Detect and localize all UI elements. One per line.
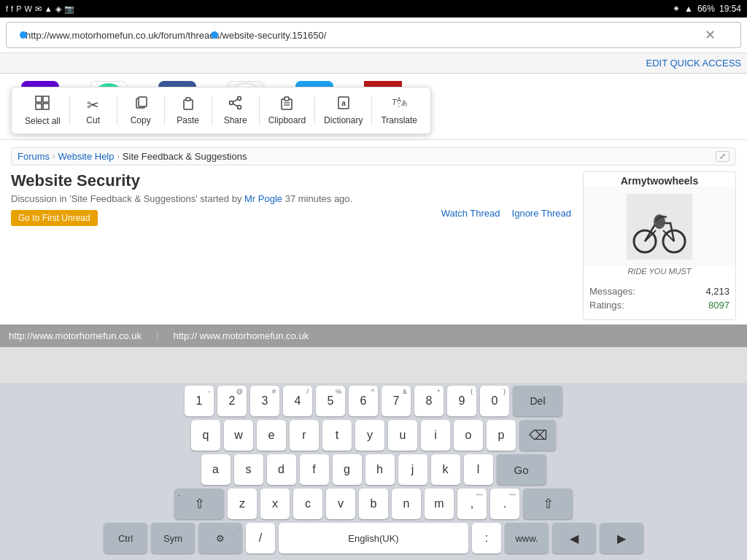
clipboard-icon bbox=[279, 96, 294, 114]
key-0[interactable]: )0 bbox=[480, 386, 509, 416]
key-shift-right[interactable]: ⇧ bbox=[523, 489, 573, 519]
key-c[interactable]: c bbox=[293, 489, 322, 519]
page-subtitle-text: Discussion in 'Site Feedback & Suggestio… bbox=[11, 193, 241, 204]
key-a[interactable]: a bbox=[201, 454, 231, 485]
wordpress-icon: W bbox=[24, 4, 31, 13]
toolbar-translate[interactable]: TAあ Translate bbox=[374, 91, 425, 130]
svg-text:a: a bbox=[341, 99, 346, 107]
key-8[interactable]: *8 bbox=[414, 386, 444, 416]
key-x[interactable]: x bbox=[260, 489, 290, 519]
toolbar-cut[interactable]: ✂ Cut bbox=[71, 92, 115, 130]
key-j[interactable]: j bbox=[398, 454, 427, 485]
key-del[interactable]: Del bbox=[513, 386, 562, 416]
toolbar-dictionary[interactable]: a Dictionary bbox=[317, 91, 370, 130]
url-suggestion-2[interactable]: http:// www.motorhomefun.co.uk bbox=[173, 330, 309, 341]
ratings-value: 8097 bbox=[708, 300, 729, 311]
key-colon[interactable]: : bbox=[472, 523, 501, 553]
keyboard-row-zxcv: ·⇧ z x c v b n m —, —. ⇧ bbox=[0, 489, 747, 519]
svg-point-9 bbox=[229, 101, 233, 105]
key-arrow-left[interactable]: ◀ bbox=[552, 523, 596, 553]
copy-icon bbox=[133, 96, 148, 114]
key-u[interactable]: u bbox=[388, 420, 417, 451]
key-f[interactable]: f bbox=[300, 454, 329, 485]
key-1[interactable]: -1 bbox=[185, 386, 214, 416]
key-ctrl[interactable]: Ctrl bbox=[104, 523, 147, 553]
keyboard-row-numbers: -1 @2 #3 /4 %5 ^6 &7 *8 (9 )0 Del bbox=[0, 386, 747, 416]
key-shift-left[interactable]: ·⇧ bbox=[174, 489, 224, 519]
key-e[interactable]: e bbox=[257, 420, 286, 451]
toolbar-paste[interactable]: Paste bbox=[166, 91, 210, 130]
key-4[interactable]: /4 bbox=[283, 386, 312, 416]
keyboard: -1 @2 #3 /4 %5 ^6 &7 *8 (9 )0 Del q w e … bbox=[0, 383, 747, 560]
edit-quick-access-button[interactable]: EDIT QUICK ACCESS bbox=[646, 58, 741, 69]
key-space[interactable]: English(UK) bbox=[279, 523, 468, 553]
key-comma[interactable]: —, bbox=[457, 489, 487, 519]
key-z[interactable]: z bbox=[228, 489, 257, 519]
close-icon[interactable]: ✕ bbox=[702, 27, 719, 43]
page-author-link[interactable]: Mr Pogle bbox=[244, 193, 282, 204]
page-subtitle: Discussion in 'Site Feedback & Suggestio… bbox=[11, 193, 571, 204]
url-text: http://www.motorhomefun.co.uk/forum/thre… bbox=[14, 30, 326, 41]
messages-value: 4,213 bbox=[705, 286, 729, 297]
toolbar-clipboard[interactable]: Clipboard bbox=[261, 91, 313, 130]
key-y[interactable]: y bbox=[355, 420, 384, 451]
user-card: Armytwowheels RIDE YOU bbox=[583, 171, 736, 320]
avatar bbox=[627, 194, 692, 260]
key-sym[interactable]: Sym bbox=[151, 523, 195, 553]
svg-point-8 bbox=[237, 97, 241, 101]
thread-actions: Watch Thread Ignore Thread bbox=[441, 208, 571, 219]
key-backspace[interactable]: ⌫ bbox=[519, 420, 556, 451]
url-bar[interactable]: http://www.motorhomefun.co.uk/forum/thre… bbox=[6, 22, 741, 48]
key-arrow-right[interactable]: ▶ bbox=[600, 523, 643, 553]
key-n[interactable]: n bbox=[392, 489, 421, 519]
expand-icon[interactable]: ⤢ bbox=[716, 151, 729, 162]
key-h[interactable]: h bbox=[365, 454, 395, 485]
url-suggestions-bar: http://www.motorhomefun.co.uk | http:// … bbox=[0, 324, 747, 347]
key-7[interactable]: &7 bbox=[382, 386, 411, 416]
select-all-icon bbox=[34, 95, 50, 114]
toolbar-select-all[interactable]: Select all bbox=[18, 90, 68, 131]
username[interactable]: Armytwowheels bbox=[584, 172, 735, 187]
key-p[interactable]: p bbox=[487, 420, 516, 451]
key-t[interactable]: t bbox=[322, 420, 352, 451]
url-suggestion-1[interactable]: http://www.motorhomefun.co.uk bbox=[9, 330, 142, 341]
key-r[interactable]: r bbox=[290, 420, 319, 451]
key-m[interactable]: m bbox=[425, 489, 454, 519]
key-settings[interactable]: ⚙· bbox=[198, 523, 242, 553]
key-2[interactable]: @2 bbox=[217, 386, 247, 416]
key-o[interactable]: o bbox=[454, 420, 483, 451]
key-go[interactable]: Go bbox=[497, 454, 546, 485]
svg-point-10 bbox=[237, 106, 241, 109]
key-s[interactable]: s bbox=[234, 454, 263, 485]
toolbar-copy[interactable]: Copy bbox=[119, 91, 163, 130]
key-6[interactable]: ^6 bbox=[349, 386, 378, 416]
breadcrumb-forums[interactable]: Forums bbox=[18, 151, 50, 162]
toolbar-divider-3 bbox=[164, 96, 165, 125]
breadcrumb-website-help[interactable]: Website Help bbox=[58, 151, 114, 162]
toolbar-share[interactable]: Share bbox=[214, 91, 258, 130]
key-www[interactable]: www. bbox=[505, 523, 549, 553]
key-slash[interactable]: / bbox=[246, 523, 275, 553]
fb-icon-2: f bbox=[11, 4, 13, 13]
key-q[interactable]: q bbox=[191, 420, 220, 451]
key-w[interactable]: w bbox=[224, 420, 253, 451]
svg-rect-3 bbox=[43, 104, 49, 109]
ignore-thread-link[interactable]: Ignore Thread bbox=[512, 208, 571, 219]
key-k[interactable]: k bbox=[431, 454, 460, 485]
key-3[interactable]: #3 bbox=[250, 386, 279, 416]
go-first-unread-button[interactable]: Go to First Unread bbox=[11, 210, 98, 226]
key-5[interactable]: %5 bbox=[316, 386, 345, 416]
key-d[interactable]: d bbox=[267, 454, 296, 485]
key-g[interactable]: g bbox=[333, 454, 362, 485]
keyboard-row-qwerty: q w e r t y u i o p ⌫ bbox=[0, 420, 747, 451]
key-period[interactable]: —. bbox=[490, 489, 519, 519]
watch-thread-link[interactable]: Watch Thread bbox=[441, 208, 500, 219]
toolbar-divider-5 bbox=[259, 96, 260, 125]
mail-icon: ✉ bbox=[35, 4, 42, 14]
key-b[interactable]: b bbox=[359, 489, 388, 519]
key-v[interactable]: v bbox=[326, 489, 355, 519]
key-l[interactable]: l bbox=[464, 454, 493, 485]
key-i[interactable]: i bbox=[421, 420, 450, 451]
key-9[interactable]: (9 bbox=[447, 386, 476, 416]
svg-rect-0 bbox=[36, 96, 42, 102]
